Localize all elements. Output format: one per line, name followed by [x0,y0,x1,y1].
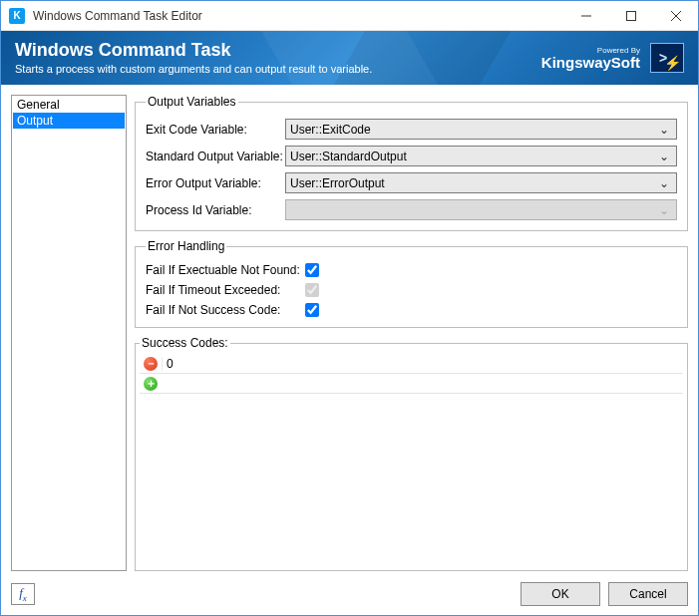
fail-timeout-label: Fail If Timeout Exceeded: [146,283,305,297]
chevron-down-icon: ⌄ [656,203,672,217]
close-icon [671,11,681,21]
fail-timeout-checkbox [305,283,319,297]
chevron-down-icon: ⌄ [656,123,672,137]
window-title: Windows Command Task Editor [33,9,563,23]
stderr-value: User::ErrorOutput [290,176,656,190]
stdout-label: Standard Output Variable: [146,150,285,163]
chevron-down-icon: ⌄ [656,150,672,163]
success-code-row[interactable]: － 0 [140,354,683,374]
nav-item-output[interactable]: Output [13,113,125,129]
remove-row-icon[interactable]: － [144,357,158,371]
output-variables-group: Output Variables Exit Code Variable: Use… [135,95,688,231]
exit-code-value: User::ExitCode [290,123,656,137]
banner-title: Windows Command Task [15,41,541,61]
success-code-value[interactable]: 0 [162,357,683,371]
fail-exec-not-found-label: Fail If Exectuable Not Found: [146,263,305,277]
content-area: General Output Output Variables Exit Cod… [1,85,698,571]
stderr-label: Error Output Variable: [146,176,285,190]
chevron-down-icon: ⌄ [656,176,672,190]
close-button[interactable] [653,1,698,31]
nav-panel: General Output [11,95,127,571]
titlebar: K Windows Command Task Editor [1,1,698,31]
svg-rect-1 [626,11,635,20]
maximize-button[interactable] [608,1,653,31]
minimize-button[interactable] [563,1,608,31]
maximize-icon [626,11,636,21]
exit-code-combo[interactable]: User::ExitCode ⌄ [285,119,677,140]
exit-code-label: Exit Code Variable: [146,123,285,137]
fx-icon: fx [19,585,27,603]
stdout-value: User::StandardOutput [290,150,656,163]
app-icon: K [9,8,25,24]
stderr-combo[interactable]: User::ErrorOutput ⌄ [285,172,677,193]
brand-name: KingswaySoft [541,55,640,70]
footer: fx OK Cancel [1,571,698,615]
pid-label: Process Id Variable: [146,203,285,217]
success-code-add-row[interactable]: ＋ [140,374,683,394]
minimize-icon [581,11,591,21]
stdout-combo[interactable]: User::StandardOutput ⌄ [285,146,677,166]
main-panel: Output Variables Exit Code Variable: Use… [135,95,688,571]
lightning-icon: ⚡ [664,55,681,71]
success-codes-group: Success Codes: － 0 ＋ [135,336,688,571]
fail-not-success-label: Fail If Not Success Code: [146,303,305,317]
cancel-button[interactable]: Cancel [608,582,688,606]
powershell-icon: >_ ⚡ [650,43,684,73]
add-row-icon[interactable]: ＋ [144,377,158,391]
expression-editor-button[interactable]: fx [11,583,35,605]
fail-not-success-checkbox[interactable] [305,303,319,317]
fail-exec-not-found-checkbox[interactable] [305,263,319,277]
banner-subtitle: Starts a process with custom arguments a… [15,63,541,75]
success-codes-legend: Success Codes: [140,336,230,350]
ok-button[interactable]: OK [521,582,600,606]
success-codes-grid: － 0 ＋ [140,354,683,566]
banner: Windows Command Task Starts a process wi… [1,31,698,85]
output-variables-legend: Output Variables [146,95,238,109]
nav-item-general[interactable]: General [13,97,125,113]
brand-logo: Powered By KingswaySoft [541,47,640,70]
pid-combo: ⌄ [285,199,677,220]
error-handling-group: Error Handling Fail If Exectuable Not Fo… [135,239,688,328]
error-handling-legend: Error Handling [146,239,226,253]
